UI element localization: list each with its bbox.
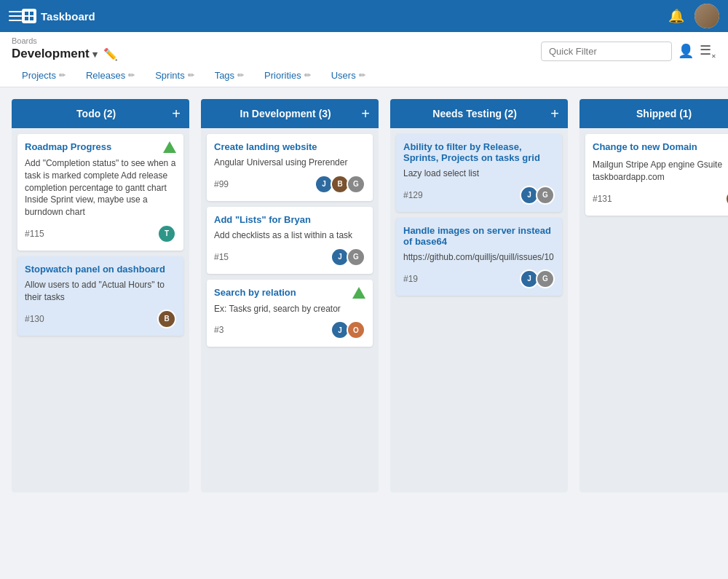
nav-link-sprints[interactable]: Sprints ✏ — [145, 66, 204, 87]
top-nav: Taskboard 🔔 — [0, 0, 728, 32]
board-area: Todo (2)+Roadmap ProgressAdd "Completion… — [0, 87, 728, 564]
card-footer-card-3: #3JO — [214, 320, 365, 339]
filter-user-icon[interactable]: 👤 — [678, 43, 694, 59]
card-card-19[interactable]: Handle images on server instead of base6… — [396, 218, 562, 296]
card-title-text-card-15: Add "Lists" for Bryan — [214, 214, 365, 225]
card-avatars-card-99: JBG — [314, 175, 365, 194]
card-avatars-card-129: JG — [520, 186, 555, 205]
boards-label: Boards — [12, 36, 118, 45]
nav-link-priorities[interactable]: Priorities ✏ — [254, 66, 321, 87]
column-body-in-development: Create landing websiteAngular Universal … — [201, 128, 379, 492]
card-title-text-card-131: Change to new Domain — [593, 141, 728, 152]
avatar: B — [725, 189, 728, 208]
column-header-todo: Todo (2)+ — [12, 99, 189, 128]
quick-filter-input[interactable] — [541, 42, 672, 61]
nav-link-projects[interactable]: Projects ✏ — [12, 66, 76, 87]
card-card-99[interactable]: Create landing websiteAngular Universal … — [207, 134, 373, 201]
card-avatars-card-131: B — [725, 189, 728, 208]
add-card-button-in-development[interactable]: + — [361, 106, 370, 121]
card-number-card-3: #3 — [214, 325, 223, 335]
card-title-card-115: Roadmap Progress — [25, 141, 176, 153]
column-shipped: Shipped (1)+Change to new Domain⚠Mailgun… — [579, 99, 728, 492]
svg-rect-0 — [25, 12, 28, 15]
card-desc-card-99: Angular Universal using Prerender — [214, 157, 365, 169]
svg-rect-3 — [30, 17, 33, 20]
card-title-text-card-129: Ability to filter by Release, Sprints, P… — [403, 141, 555, 163]
column-title-in-development: In Development (3) — [210, 108, 361, 119]
avatar: T — [157, 224, 176, 243]
column-in-development: In Development (3)+Create landing websit… — [201, 99, 379, 492]
card-number-card-15: #15 — [214, 252, 229, 262]
nav-links: Projects ✏ Releases ✏ Sprints ✏ Tags ✏ P… — [12, 66, 716, 87]
avatar: G — [347, 175, 365, 194]
avatar: G — [536, 186, 555, 205]
card-avatars-card-19: JG — [520, 269, 555, 288]
card-card-115[interactable]: Roadmap ProgressAdd "Completion status" … — [17, 134, 183, 251]
column-body-todo: Roadmap ProgressAdd "Completion status" … — [12, 128, 189, 492]
card-card-3[interactable]: Search by relationEx: Tasks grid, search… — [207, 280, 373, 347]
card-footer-card-99: #99JBG — [214, 175, 365, 194]
svg-rect-2 — [25, 17, 28, 20]
card-desc-card-131: Mailgun Stripe App engine Gsuite taskboa… — [593, 159, 728, 184]
hamburger-menu[interactable] — [9, 11, 22, 21]
card-footer-card-15: #15JG — [214, 248, 365, 267]
card-desc-card-15: Add checklists as a list within a task — [214, 229, 365, 242]
card-title-card-15: Add "Lists" for Bryan — [214, 214, 365, 225]
card-title-text-card-19: Handle images on server instead of base6… — [403, 225, 555, 247]
user-avatar[interactable] — [695, 4, 719, 28]
column-body-shipped: Change to new Domain⚠Mailgun Stripe App … — [579, 128, 728, 492]
nav-link-tags[interactable]: Tags ✏ — [205, 66, 254, 87]
add-card-button-needs-testing[interactable]: + — [550, 106, 559, 121]
card-card-131[interactable]: Change to new Domain⚠Mailgun Stripe App … — [585, 134, 728, 216]
board-name: Development — [12, 47, 90, 61]
card-number-card-115: #115 — [25, 229, 44, 239]
card-title-card-130: Stopwatch panel on dashboard — [25, 264, 176, 275]
card-avatars-card-15: JG — [331, 248, 365, 267]
card-title-card-131: Change to new Domain⚠ — [593, 141, 728, 154]
card-avatars-card-130: B — [157, 310, 176, 328]
board-selector[interactable]: Development ▾ — [12, 47, 98, 61]
column-title-shipped: Shipped (1) — [588, 108, 728, 119]
sprints-edit-icon: ✏ — [188, 71, 194, 80]
nav-link-releases[interactable]: Releases ✏ — [76, 66, 145, 87]
card-card-129[interactable]: Ability to filter by Release, Sprints, P… — [396, 134, 562, 212]
card-footer-card-129: #129JG — [403, 186, 555, 205]
projects-edit-icon: ✏ — [59, 71, 66, 80]
card-number-card-129: #129 — [403, 190, 423, 200]
column-header-in-development: In Development (3)+ — [201, 99, 379, 128]
priorities-edit-icon: ✏ — [304, 71, 311, 80]
column-header-shipped: Shipped (1)+ — [579, 99, 728, 128]
card-title-card-3: Search by relation — [214, 287, 365, 299]
card-card-130[interactable]: Stopwatch panel on dashboardAllow users … — [17, 256, 183, 336]
card-desc-card-130: Allow users to add "Actual Hours" to the… — [25, 279, 176, 304]
column-body-needs-testing: Ability to filter by Release, Sprints, P… — [390, 128, 568, 492]
column-todo: Todo (2)+Roadmap ProgressAdd "Completion… — [12, 99, 189, 492]
success-icon — [352, 287, 365, 299]
card-card-15[interactable]: Add "Lists" for BryanAdd checklists as a… — [207, 207, 373, 274]
card-title-text-card-3: Search by relation — [214, 287, 349, 298]
tags-edit-icon: ✏ — [237, 71, 244, 80]
card-number-card-19: #19 — [403, 274, 418, 284]
card-avatars-card-115: T — [157, 224, 176, 243]
card-avatars-card-3: JO — [331, 320, 365, 339]
card-title-card-99: Create landing website — [214, 141, 365, 152]
card-number-card-130: #130 — [25, 314, 44, 324]
nav-right: 🔔 — [668, 4, 719, 28]
filter-list-icon[interactable]: ☰✕ — [700, 42, 716, 60]
sub-nav: Boards Development ▾ ✏️ 👤 ☰✕ Projects ✏ … — [0, 32, 728, 87]
card-number-card-99: #99 — [214, 179, 229, 189]
card-footer-card-130: #130B — [25, 310, 176, 328]
notifications-bell-icon[interactable]: 🔔 — [668, 8, 684, 24]
add-card-button-todo[interactable]: + — [172, 106, 181, 121]
card-footer-card-19: #19JG — [403, 269, 555, 288]
card-title-text-card-130: Stopwatch panel on dashboard — [25, 264, 176, 275]
column-needs-testing: Needs Testing (2)+Ability to filter by R… — [390, 99, 568, 492]
card-desc-card-19: https://github.com/quilljs/quill/issues/… — [403, 251, 555, 264]
nav-link-users[interactable]: Users ✏ — [321, 66, 376, 87]
board-edit-icon[interactable]: ✏️ — [103, 47, 118, 61]
column-title-todo: Todo (2) — [20, 108, 172, 119]
avatar: G — [347, 248, 365, 267]
card-footer-card-115: #115T — [25, 224, 176, 243]
card-desc-card-3: Ex: Tasks grid, search by creator — [214, 303, 365, 315]
card-desc-card-115: Add "Completion status" to see when a ta… — [25, 157, 176, 218]
